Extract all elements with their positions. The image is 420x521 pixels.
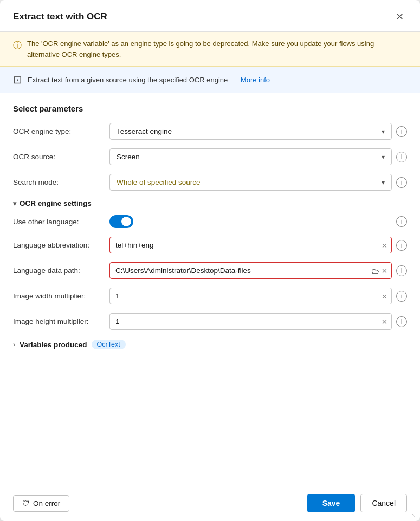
ocr-engine-type-dropdown[interactable]: Tesseract engine ▾ (109, 123, 392, 140)
use-other-language-label: Use other language: (13, 218, 105, 226)
close-button[interactable]: ✕ (392, 10, 407, 24)
use-other-language-info-icon[interactable]: i (396, 216, 407, 227)
warning-banner: ⓘ The 'OCR engine variable' as an engine… (0, 32, 420, 67)
shield-icon: 🛡 (22, 499, 30, 507)
ocr-source-value: Screen (117, 153, 140, 161)
variables-label: Variables produced (20, 341, 87, 349)
image-height-multiplier-input[interactable] (109, 313, 392, 330)
use-other-language-row: Use other language: i (13, 215, 407, 228)
use-other-language-toggle[interactable] (109, 215, 133, 228)
image-width-multiplier-control: ✕ i (109, 288, 407, 304)
language-abbreviation-input-wrapper: ✕ (109, 237, 392, 253)
language-data-path-input[interactable] (109, 262, 392, 279)
language-data-path-row: Language data path: 🗁 ✕ i (13, 262, 407, 279)
image-width-multiplier-input-wrapper: ✕ (109, 288, 392, 304)
image-width-multiplier-input[interactable] (109, 288, 392, 304)
language-data-path-icons: 🗁 ✕ (371, 266, 387, 275)
chevron-down-icon: ▾ (382, 179, 385, 186)
dialog: Extract text with OCR ✕ ⓘ The 'OCR engin… (0, 0, 420, 521)
search-mode-value: Whole of specified source (117, 178, 201, 186)
image-height-multiplier-clear-icon[interactable]: ✕ (382, 317, 387, 325)
info-banner-text: Extract text from a given source using t… (28, 76, 228, 84)
language-data-path-clear-icon[interactable]: ✕ (382, 266, 387, 275)
ocr-engine-type-control: Tesseract engine ▾ i (109, 123, 407, 140)
ocr-source-dropdown[interactable]: Screen ▾ (109, 148, 392, 165)
ocr-source-row: OCR source: Screen ▾ i (13, 148, 407, 165)
ocr-source-label: OCR source: (13, 153, 105, 161)
dialog-header: Extract text with OCR ✕ (0, 0, 420, 32)
on-error-button[interactable]: 🛡 On error (13, 495, 69, 512)
folder-icon[interactable]: 🗁 (371, 266, 379, 275)
ocr-text-badge: OcrText (92, 340, 126, 349)
ocr-engine-settings-section: ▾ OCR engine settings Use other language… (13, 199, 407, 330)
use-other-language-control: i (109, 215, 407, 228)
image-height-multiplier-input-wrapper: ✕ (109, 313, 392, 330)
language-abbreviation-row: Language abbreviation: ✕ i (13, 237, 407, 253)
info-banner: ⊡ Extract text from a given source using… (0, 67, 420, 93)
search-mode-row: Search mode: Whole of specified source ▾… (13, 174, 407, 191)
more-info-link[interactable]: More info (241, 76, 270, 84)
language-abbreviation-input[interactable] (109, 237, 392, 253)
variables-header[interactable]: › Variables produced OcrText (13, 340, 407, 349)
language-data-path-info-icon[interactable]: i (396, 265, 407, 276)
search-mode-label: Search mode: (13, 178, 105, 186)
language-abbreviation-clear-icon[interactable]: ✕ (382, 241, 387, 249)
ocr-engine-settings-label: OCR engine settings (20, 199, 92, 207)
search-mode-dropdown[interactable]: Whole of specified source ▾ (109, 174, 392, 191)
section-title: Select parameters (13, 104, 407, 113)
image-width-multiplier-clear-icon[interactable]: ✕ (382, 292, 387, 300)
ocr-source-info-icon[interactable]: i (396, 152, 407, 162)
resize-handle[interactable]: ⤡ (411, 512, 418, 519)
ocr-engine-settings-header[interactable]: ▾ OCR engine settings (13, 199, 407, 207)
search-mode-control: Whole of specified source ▾ i (109, 174, 407, 191)
ocr-icon: ⊡ (13, 73, 22, 86)
save-button[interactable]: Save (307, 494, 356, 512)
footer-right: Save Cancel (307, 494, 407, 512)
language-abbreviation-info-icon[interactable]: i (396, 240, 407, 251)
ocr-engine-type-label: OCR engine type: (13, 127, 105, 135)
image-height-multiplier-control: ✕ i (109, 313, 407, 330)
dialog-footer: 🛡 On error Save Cancel (0, 485, 420, 521)
dialog-title: Extract text with OCR (13, 11, 107, 22)
chevron-down-icon: ▾ (382, 128, 385, 135)
image-width-multiplier-info-icon[interactable]: i (396, 291, 407, 302)
variables-section: › Variables produced OcrText (13, 340, 407, 349)
chevron-right-icon: › (13, 341, 15, 348)
chevron-down-icon: ▾ (382, 153, 385, 161)
language-data-path-control: 🗁 ✕ i (109, 262, 407, 279)
language-data-path-label: Language data path: (13, 266, 105, 275)
ocr-engine-type-value: Tesseract engine (117, 127, 172, 135)
image-height-multiplier-info-icon[interactable]: i (396, 316, 407, 327)
image-width-multiplier-row: Image width multiplier: ✕ i (13, 288, 407, 304)
ocr-source-control: Screen ▾ i (109, 148, 407, 165)
warning-icon: ⓘ (13, 39, 22, 52)
ocr-engine-type-row: OCR engine type: Tesseract engine ▾ i (13, 123, 407, 140)
cancel-button[interactable]: Cancel (360, 494, 407, 512)
language-abbreviation-label: Language abbreviation: (13, 241, 105, 249)
chevron-down-icon: ▾ (13, 200, 16, 207)
language-abbreviation-control: ✕ i (109, 237, 407, 253)
ocr-engine-type-info-icon[interactable]: i (396, 126, 407, 137)
on-error-label: On error (33, 499, 60, 507)
dialog-body: Select parameters OCR engine type: Tesse… (0, 93, 420, 485)
search-mode-info-icon[interactable]: i (396, 177, 407, 188)
image-height-multiplier-row: Image height multiplier: ✕ i (13, 313, 407, 330)
image-width-multiplier-label: Image width multiplier: (13, 292, 105, 300)
warning-text: The 'OCR engine variable' as an engine t… (27, 38, 407, 60)
language-data-path-input-wrapper: 🗁 ✕ (109, 262, 392, 279)
image-height-multiplier-label: Image height multiplier: (13, 317, 105, 325)
